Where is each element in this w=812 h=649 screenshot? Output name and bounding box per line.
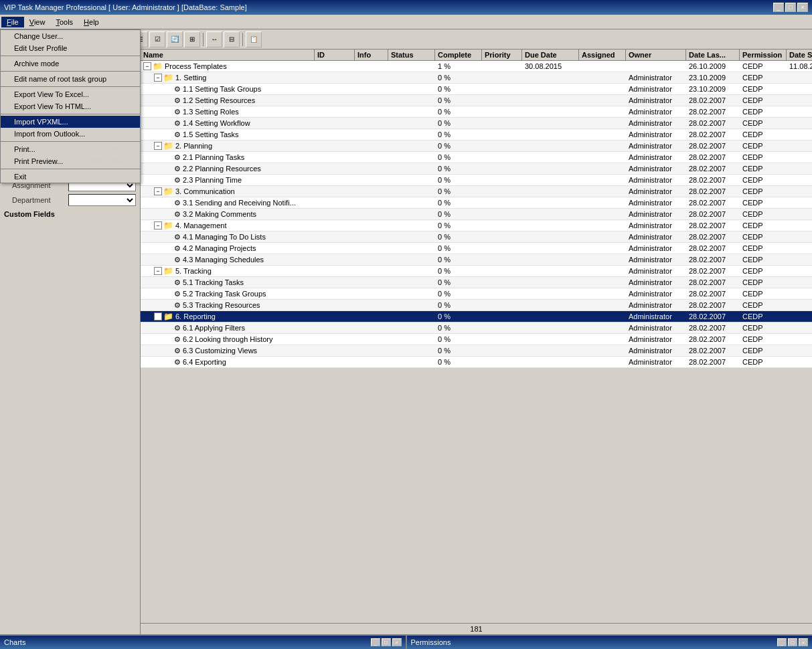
tb-btn-12[interactable]: ⊟	[224, 31, 240, 48]
charts-restore-btn[interactable]: □	[382, 638, 391, 646]
col-header-assigned[interactable]: Assigned	[579, 50, 626, 60]
tb-btn-10[interactable]: ⊞	[184, 31, 200, 48]
table-row[interactable]: ⚙6.4 Exporting0 %Administrator28.02.2007…	[141, 357, 812, 368]
row-complete: 0 %	[435, 84, 482, 94]
expand-button[interactable]: −	[154, 74, 162, 82]
col-header-status[interactable]: Status	[388, 50, 435, 60]
menu-archive-mode[interactable]: Archive mode	[1, 58, 140, 70]
row-owner: Administrator	[626, 84, 686, 94]
grid-header: Name ID Info Status Complete Priority Du…	[141, 50, 812, 61]
table-row[interactable]: ⚙5.2 Tracking Task Groups0 %Administrato…	[141, 288, 812, 300]
menu-edit-profile[interactable]: Edit User Profile	[1, 42, 140, 54]
permissions-minimize-btn[interactable]: _	[777, 638, 787, 646]
col-header-owner[interactable]: Owner	[626, 50, 686, 60]
menu-view[interactable]: View	[24, 17, 51, 27]
menu-edit-root-name[interactable]: Edit name of root task group	[1, 73, 140, 85]
col-header-info[interactable]: Info	[355, 50, 388, 60]
table-row[interactable]: −📁1. Setting0 %Administrator23.10.2009CE…	[141, 72, 812, 84]
row-assigned	[579, 100, 626, 101]
col-header-duedate[interactable]: Due Date	[522, 50, 579, 60]
table-row[interactable]: −📁6. Reporting0 %Administrator28.02.2007…	[141, 311, 812, 322]
title-bar-buttons[interactable]: _ □ ×	[773, 3, 808, 12]
charts-close-btn[interactable]: ×	[392, 638, 402, 646]
table-row[interactable]: ⚙2.2 Planning Resources0 %Administrator2…	[141, 163, 812, 175]
table-row[interactable]: ⚙2.1 Planning Tasks0 %Administrator28.02…	[141, 152, 812, 163]
table-row[interactable]: ⚙1.4 Setting Workflow0 %Administrator28.…	[141, 118, 812, 129]
charts-titlebar-buttons[interactable]: _ □ ×	[371, 638, 402, 646]
charts-minimize-btn[interactable]: _	[371, 638, 380, 646]
table-row[interactable]: ⚙5.1 Tracking Tasks0 %Administrator28.02…	[141, 277, 812, 288]
expand-button[interactable]: −	[154, 312, 162, 320]
table-row[interactable]: −📁5. Tracking0 %Administrator28.02.2007C…	[141, 266, 812, 277]
table-row[interactable]: ⚙6.1 Applying Filters0 %Administrator28.…	[141, 322, 812, 334]
col-header-id[interactable]: ID	[315, 50, 355, 60]
tb-btn-13[interactable]: 📋	[246, 31, 262, 48]
menu-tools[interactable]: Tools	[50, 17, 78, 27]
maximize-button[interactable]: □	[785, 3, 796, 12]
permissions-close-btn[interactable]: ×	[799, 638, 808, 646]
row-status	[388, 236, 435, 238]
menu-print[interactable]: Print... Ctrl+P	[1, 143, 140, 155]
table-row[interactable]: ⚙3.1 Sending and Receiving Notifi...0 %A…	[141, 197, 812, 209]
menu-file[interactable]: File	[1, 17, 24, 27]
tb-btn-9[interactable]: 🔄	[167, 31, 183, 48]
table-row[interactable]: ⚙4.3 Managing Schedules0 %Administrator2…	[141, 254, 812, 266]
row-id	[315, 111, 355, 112]
row-complete: 0 %	[435, 289, 482, 298]
tb-btn-8[interactable]: ☑	[149, 31, 165, 48]
table-row[interactable]: −📁2. Planning0 %Administrator28.02.2007C…	[141, 141, 812, 152]
row-assigned	[579, 282, 626, 283]
table-row[interactable]: ⚙1.2 Setting Resources0 %Administrator28…	[141, 95, 812, 106]
row-due_date	[522, 168, 579, 169]
col-header-name[interactable]: Name	[141, 50, 315, 60]
table-row[interactable]: ⚙1.5 Setting Tasks0 %Administrator28.02.…	[141, 129, 812, 141]
expand-button[interactable]: −	[154, 187, 162, 195]
expand-button[interactable]: −	[143, 62, 151, 70]
menu-help[interactable]: Help	[78, 17, 104, 27]
menu-import-outlook[interactable]: Import from Outlook...	[1, 128, 140, 140]
permissions-restore-btn[interactable]: □	[788, 638, 797, 646]
menu-change-user[interactable]: Change User...	[1, 30, 140, 42]
row-info	[355, 327, 388, 329]
table-row[interactable]: ⚙1.3 Setting Roles0 %Administrator28.02.…	[141, 106, 812, 118]
table-row[interactable]: ⚙5.3 Tracking Resources0 %Administrator2…	[141, 300, 812, 311]
row-assigned	[579, 350, 626, 351]
table-row[interactable]: ⚙6.2 Looking through History0 %Administr…	[141, 334, 812, 345]
col-header-datelast[interactable]: Date Las...	[686, 50, 740, 60]
row-assigned	[579, 327, 626, 329]
row-priority	[482, 134, 522, 135]
table-row[interactable]: ⚙3.2 Making Comments0 %Administrator28.0…	[141, 209, 812, 220]
table-row[interactable]: ⚙2.3 Planning Time0 %Administrator28.02.…	[141, 175, 812, 186]
table-row[interactable]: −📁3. Communication0 %Administrator28.02.…	[141, 186, 812, 197]
table-row[interactable]: −📁4. Management0 %Administrator28.02.200…	[141, 220, 812, 231]
row-date_last: 28.02.2007	[686, 232, 740, 242]
minimize-button[interactable]: _	[773, 3, 784, 12]
col-header-datestarted[interactable]: Date Started	[787, 50, 812, 60]
menu-export-excel[interactable]: Export View To Excel...	[1, 88, 140, 100]
row-status	[388, 304, 435, 306]
table-row[interactable]: ⚙4.1 Managing To Do Lists0 %Administrato…	[141, 231, 812, 243]
col-header-complete[interactable]: Complete	[435, 50, 482, 60]
menu-export-html[interactable]: Export View To HTML...	[1, 100, 140, 112]
department-select[interactable]	[68, 194, 136, 206]
row-complete: 0 %	[435, 198, 482, 207]
table-row[interactable]: ⚙4.2 Managing Projects0 %Administrator28…	[141, 243, 812, 254]
tb-btn-11[interactable]: ↔	[206, 31, 222, 48]
table-row[interactable]: ⚙1.1 Setting Task Groups0 %Administrator…	[141, 84, 812, 95]
col-header-permission[interactable]: Permission	[740, 50, 787, 60]
expand-button[interactable]: −	[154, 142, 162, 150]
permissions-titlebar-buttons[interactable]: _ □ ×	[777, 638, 808, 646]
menu-print-preview[interactable]: Print Preview... Shift+Ctrl+P	[1, 155, 140, 167]
task-icon: ⚙	[174, 347, 181, 355]
expand-button[interactable]: −	[154, 267, 162, 275]
row-info	[355, 282, 388, 283]
row-owner: Administrator	[626, 266, 686, 276]
table-row[interactable]: ⚙6.3 Customizing Views0 %Administrator28…	[141, 345, 812, 357]
close-button[interactable]: ×	[797, 3, 808, 12]
menu-import-vpxml[interactable]: Import VPXML...	[1, 116, 140, 128]
table-row[interactable]: −📁Process Templates1 %30.08.201526.10.20…	[141, 61, 812, 72]
col-header-priority[interactable]: Priority	[482, 50, 522, 60]
row-name: 1.1 Setting Task Groups	[183, 85, 261, 93]
expand-button[interactable]: −	[154, 221, 162, 229]
menu-exit[interactable]: Exit	[1, 171, 140, 183]
